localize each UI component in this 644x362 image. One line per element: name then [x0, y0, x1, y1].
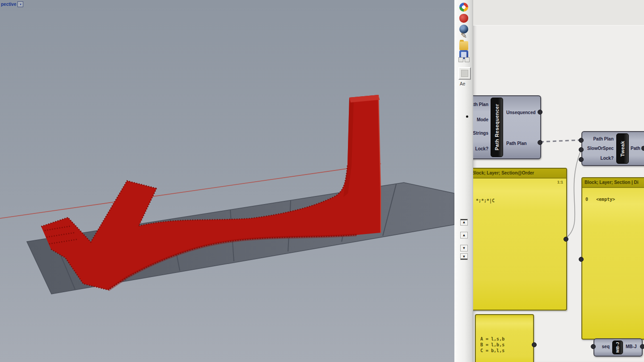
grasshopper-canvas[interactable]: Path Resequencer Path Plan Mode Strings … [473, 0, 644, 362]
pencil-tool-icon[interactable]: ✎ [459, 31, 468, 40]
panel-line: C = b,l,s [480, 348, 504, 353]
panel-line: B = l,b,s [480, 342, 504, 347]
panel-content: *;*;*|C [476, 198, 495, 203]
input-grip[interactable] [579, 138, 584, 143]
browser-icon[interactable] [459, 3, 468, 12]
bullet-dot [466, 115, 468, 118]
mini-tool-icon-2[interactable] [465, 57, 470, 62]
viewport-dropdown[interactable]: ▼ [17, 1, 23, 7]
input-label: Mode [477, 117, 488, 122]
output-grip[interactable] [532, 342, 537, 347]
panel-section-di[interactable]: Block; Layer; Section | Di 0 <empty> [581, 177, 644, 340]
mini-tool-icon-1[interactable] [458, 57, 463, 62]
component-label-capsule[interactable]: MB-J [612, 341, 623, 354]
curved-wire [565, 151, 580, 238]
input-label: Lock? [601, 156, 614, 161]
component-label-capsule[interactable]: Path Resequencer [491, 98, 503, 157]
viewport-title-bar[interactable]: pective ▼ [1, 1, 23, 7]
input-label: Lock? [475, 146, 488, 151]
input-grip[interactable] [579, 147, 584, 152]
chevron-down-icon: ▼ [19, 3, 22, 6]
move-bottom-button[interactable]: ▼ [460, 253, 468, 260]
viewport-title: pective [1, 2, 16, 7]
output-label: Unsequenced [506, 110, 536, 115]
panel-content: 0 <empty> [585, 197, 615, 202]
shield-app-icon[interactable] [459, 14, 468, 23]
output-grip[interactable] [641, 146, 644, 151]
cube-button-icon[interactable] [458, 67, 471, 80]
dashed-wire [540, 140, 580, 142]
app-window: pective ▼ ✎ Ae ▲ ▲ ▼ ▼ Path Resequenc [0, 0, 644, 362]
output-label: Path Plan [506, 141, 527, 146]
component-path-resequencer[interactable]: Path Resequencer Path Plan Mode Strings … [473, 95, 541, 159]
move-top-button[interactable]: ▲ [460, 219, 468, 226]
input-label: Path Plan [593, 136, 614, 141]
rhino-3d-viewport[interactable]: pective ▼ [0, 0, 455, 362]
folder-icon[interactable] [459, 41, 468, 50]
component-tweak[interactable]: Tweak Path Plan SlowOrSpec Lock? Path Pl… [581, 131, 644, 166]
move-up-button[interactable]: ▲ [460, 232, 468, 238]
move-down-button[interactable]: ▼ [460, 245, 468, 251]
panel-section-order[interactable]: Block; Layer; Section@Order 1:1 *;*;*|C [473, 168, 567, 311]
input-grip[interactable] [591, 344, 596, 349]
input-label: Path Plan [473, 102, 488, 107]
component-mbj[interactable]: MB-J seq MB-J [593, 338, 643, 357]
panel-header: Block; Layer; Section | Di [582, 178, 644, 188]
input-label: seq [602, 344, 610, 349]
output-grip[interactable] [640, 344, 644, 349]
output-grip[interactable] [564, 237, 568, 242]
panel-header: Block; Layer; Section@Order [473, 169, 566, 179]
viewport-background [0, 0, 454, 362]
side-icon-strip: ✎ Ae ▲ ▲ ▼ ▼ [454, 0, 474, 362]
panel-badge: 1:1 [557, 180, 563, 184]
panel-abc-order[interactable]: A = l,s,b B = l,b,s C = b,l,s [475, 314, 534, 362]
input-grip[interactable] [579, 157, 584, 162]
input-grip[interactable] [579, 257, 584, 262]
input-label: Strings [473, 131, 488, 136]
component-label-capsule[interactable]: Tweak [616, 133, 629, 164]
output-grip[interactable] [538, 140, 542, 145]
output-grip[interactable] [538, 110, 542, 115]
output-label: MB-J [626, 344, 636, 349]
input-label: SlowOrSpec [587, 146, 614, 151]
panel-line: A = l,s,b [480, 336, 504, 341]
ae-label: Ae [460, 81, 465, 86]
3d-scene [0, 0, 454, 362]
